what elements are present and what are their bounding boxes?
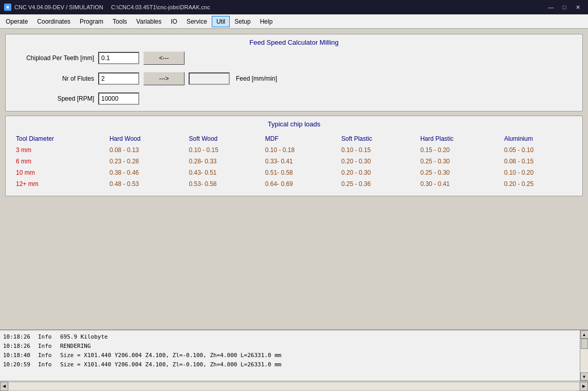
log-level: Info (38, 332, 56, 342)
window-controls: — □ ✕ (545, 3, 584, 12)
log-entry: 10:20:59 Info Size = X101.440 Y206.004 Z… (3, 360, 585, 369)
chipload-label: Chipload Per Teeth [mm] (12, 54, 94, 62)
speed-input[interactable] (98, 92, 139, 105)
log-content: 10:18:26 Info 695.9 Kilobyte 10:18:26 In… (0, 330, 588, 381)
log-time: 10:18:40 (3, 351, 34, 360)
col-header-softwood: Soft Wood (185, 133, 261, 144)
table-row: 6 mm0.23 - 0.280.28- 0.330.33- 0.410.20 … (12, 156, 576, 167)
main-content: Feed Speed Calculator Milling Chipload P… (0, 29, 588, 329)
menu-program[interactable]: Program (75, 16, 108, 27)
log-entry: 10:18:40 Info Size = X101.440 Y206.004 Z… (3, 351, 585, 360)
chipload-input[interactable] (98, 52, 139, 64)
menu-tools[interactable]: Tools (108, 16, 132, 27)
spacer (5, 200, 583, 324)
speed-row: Speed [RPM] (12, 92, 576, 105)
menu-service[interactable]: Service (182, 16, 212, 27)
log-panel: 10:18:26 Info 695.9 Kilobyte 10:18:26 In… (0, 329, 588, 391)
calculator-section: Chipload Per Teeth [mm] <--- Nr of Flute… (12, 51, 576, 105)
menu-util[interactable]: Util (212, 16, 230, 27)
col-header-aluminium: Aluminium (500, 133, 576, 144)
feed-label: Feed [mm/min] (236, 75, 277, 82)
col-header-mdf: MDF (261, 133, 337, 144)
back-button[interactable]: <--- (143, 51, 185, 65)
bottom-scrollbar[interactable]: ◀ ▶ (0, 381, 588, 391)
log-scrollbar[interactable]: ▲ ▼ (580, 330, 588, 381)
calculator-panel: Feed Speed Calculator Milling Chipload P… (5, 34, 583, 111)
menu-setup[interactable]: Setup (230, 16, 255, 27)
table-row: 3 mm0.08 - 0.130.10 - 0.150.10 - 0.180.1… (12, 144, 576, 156)
log-time: 10:18:26 (3, 342, 34, 351)
scroll-thumb[interactable] (581, 339, 588, 349)
scroll-track (580, 339, 588, 373)
speed-label: Speed [RPM] (12, 95, 94, 102)
menu-bar: Operate Coordinates Program Tools Variab… (0, 14, 588, 29)
maximize-button[interactable]: □ (558, 3, 571, 12)
flutes-row: Nr of Flutes ---> Feed [mm/min] (12, 72, 576, 85)
col-header-softplastic: Soft Plastic (337, 133, 416, 144)
scroll-up-button[interactable]: ▲ (580, 330, 589, 339)
chipload-row: Chipload Per Teeth [mm] <--- (12, 51, 576, 65)
filepath: C:\CNC4.03.45T1\cnc-jobs\DRAAK.cnc (111, 4, 210, 10)
log-message: Size = X101.440 Y206.004 Z4.100, Zl=-0.1… (60, 360, 281, 369)
log-time: 10:18:26 (3, 332, 34, 342)
col-header-dia: Tool Diameter (12, 133, 105, 144)
log-time: 10:20:59 (3, 360, 34, 369)
minimize-button[interactable]: — (545, 3, 557, 12)
log-level: Info (38, 342, 56, 351)
app-title: CNC V4.04.09-DEV / SIMULATION (14, 4, 103, 10)
col-header-hardplastic: Hard Plastic (416, 133, 500, 144)
title-bar-text: CNC V4.04.09-DEV / SIMULATION C:\CNC4.03… (14, 4, 210, 10)
chip-table: Tool Diameter Hard Wood Soft Wood MDF So… (12, 133, 576, 190)
menu-help[interactable]: Help (255, 16, 278, 27)
flutes-input[interactable] (98, 72, 139, 85)
scroll-down-button[interactable]: ▼ (580, 373, 589, 381)
log-level: Info (38, 351, 56, 360)
col-header-hardwood: Hard Wood (105, 133, 185, 144)
chip-loads-panel: Typical chip loads Tool Diameter Hard Wo… (5, 116, 583, 196)
log-entry: 10:18:26 Info 695.9 Kilobyte (3, 332, 585, 342)
flutes-label: Nr of Flutes (12, 75, 94, 82)
menu-coordinates[interactable]: Coordinates (32, 16, 75, 27)
menu-operate[interactable]: Operate (1, 16, 32, 27)
calculator-title: Feed Speed Calculator Milling (12, 39, 576, 46)
close-button[interactable]: ✕ (572, 3, 584, 12)
menu-variables[interactable]: Variables (132, 16, 166, 27)
scroll-left-button[interactable]: ◀ (0, 382, 8, 391)
log-message: RENDERING (60, 342, 91, 351)
chip-loads-title: Typical chip loads (12, 120, 576, 128)
table-row: 12+ mm0.48 - 0.530.53- 0.580.64- 0.690.2… (12, 178, 576, 190)
forward-button[interactable]: ---> (143, 72, 185, 85)
menu-io[interactable]: IO (166, 16, 182, 27)
app-icon: ■ (4, 4, 11, 11)
log-entry: 10:18:26 Info RENDERING (3, 342, 585, 351)
scroll-right-button[interactable]: ▶ (580, 382, 588, 391)
table-row: 10 mm0.38 - 0.460.43- 0.510.51- 0.580.20… (12, 167, 576, 178)
h-scroll-track (9, 383, 579, 390)
log-message: 695.9 Kilobyte (60, 332, 108, 342)
title-bar: ■ CNC V4.04.09-DEV / SIMULATION C:\CNC4.… (0, 0, 588, 14)
feed-output (189, 72, 230, 85)
log-level: Info (38, 360, 56, 369)
log-message: Size = X101.440 Y206.004 Z4.100, Zl=-0.1… (60, 351, 281, 360)
